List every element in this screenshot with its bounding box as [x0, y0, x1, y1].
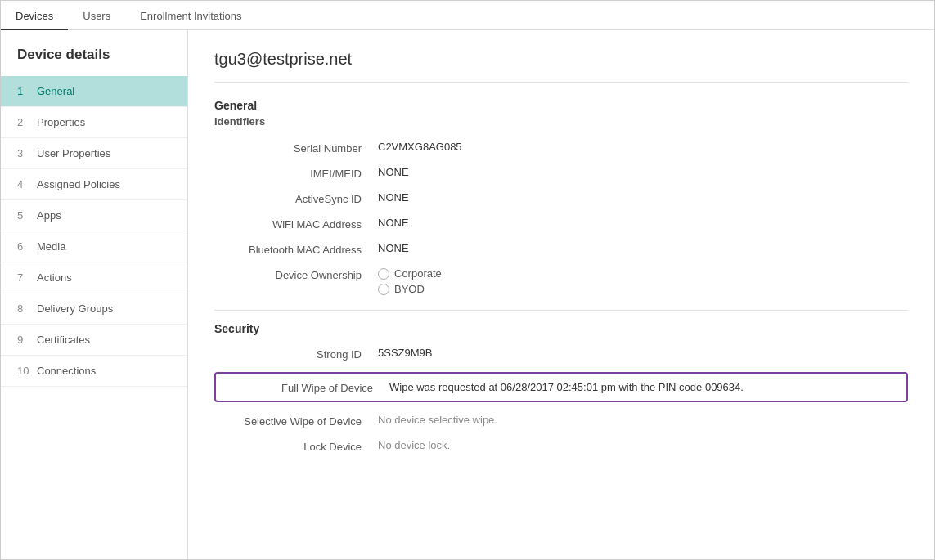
sidebar-item-label-assigned-policies: Assigned Policies: [37, 178, 120, 190]
sidebar-item-media[interactable]: 6 Media: [1, 231, 187, 262]
identifiers-subtitle: Identifiers: [214, 115, 908, 128]
ownership-radio-group: Corporate BYOD: [378, 267, 442, 295]
tab-enrollment-invitations[interactable]: Enrollment Invitations: [125, 3, 256, 30]
full-wipe-label: Full Wipe of Device: [226, 380, 389, 394]
full-wipe-inner: Full Wipe of Device Wipe was requested a…: [226, 380, 897, 394]
strong-id-value: 5SSZ9M9B: [378, 347, 432, 359]
device-ownership-row: Device Ownership Corporate BYOD: [214, 267, 908, 295]
selective-wipe-row: Selective Wipe of Device No device selec…: [214, 414, 908, 428]
sidebar-item-num-2: 2: [17, 116, 32, 128]
radio-corporate[interactable]: [378, 268, 389, 280]
sidebar-item-connections[interactable]: 10 Connections: [1, 356, 187, 387]
strong-id-label: Strong ID: [214, 347, 378, 361]
sidebar-item-num-3: 3: [17, 147, 32, 159]
sidebar-item-general[interactable]: 1 General: [1, 76, 187, 107]
activesync-value: NONE: [378, 191, 409, 204]
sidebar-item-num-6: 6: [17, 240, 32, 253]
security-section-title: Security: [214, 322, 908, 335]
imei-label: IMEI/MEID: [214, 166, 378, 180]
selective-wipe-label: Selective Wipe of Device: [214, 414, 378, 428]
ownership-corporate-label: Corporate: [394, 267, 442, 280]
sidebar-item-delivery-groups[interactable]: 8 Delivery Groups: [1, 293, 187, 325]
top-tab-bar: Devices Users Enrollment Invitations: [1, 1, 934, 30]
content-header: tgu3@testprise.net: [214, 50, 908, 83]
sidebar-item-actions[interactable]: 7 Actions: [1, 262, 187, 293]
sidebar-item-label-actions: Actions: [37, 271, 72, 284]
ownership-corporate-option[interactable]: Corporate: [378, 267, 442, 280]
sidebar-item-label-connections: Connections: [37, 365, 96, 377]
tab-users[interactable]: Users: [68, 3, 125, 30]
sidebar-item-label-certificates: Certificates: [37, 334, 90, 346]
activesync-label: ActiveSync ID: [214, 191, 378, 205]
sidebar-item-label-media: Media: [37, 240, 65, 253]
general-section-title: General: [214, 99, 908, 112]
bluetooth-mac-row: Bluetooth MAC Address NONE: [214, 242, 908, 256]
sidebar-item-apps[interactable]: 5 Apps: [1, 200, 187, 231]
main-area: Device details 1 General 2 Properties 3 …: [1, 30, 934, 559]
section-divider: [214, 310, 908, 311]
wifi-mac-value: NONE: [378, 217, 409, 229]
serial-number-label: Serial Number: [214, 141, 378, 155]
lock-device-label: Lock Device: [214, 439, 378, 453]
sidebar-item-num-1: 1: [17, 85, 32, 97]
serial-number-value: C2VMXG8AG085: [378, 141, 462, 153]
bluetooth-mac-value: NONE: [378, 242, 409, 254]
full-wipe-highlighted-row: Full Wipe of Device Wipe was requested a…: [214, 372, 908, 402]
tab-devices[interactable]: Devices: [1, 3, 68, 30]
ownership-byod-label: BYOD: [394, 283, 425, 295]
device-ownership-label: Device Ownership: [214, 267, 378, 281]
serial-number-row: Serial Number C2VMXG8AG085: [214, 141, 908, 155]
sidebar-item-label-general: General: [37, 85, 74, 97]
activesync-row: ActiveSync ID NONE: [214, 191, 908, 205]
sidebar-item-assigned-policies[interactable]: 4 Assigned Policies: [1, 169, 187, 200]
sidebar-item-user-properties[interactable]: 3 User Properties: [1, 138, 187, 169]
sidebar-title: Device details: [1, 30, 187, 76]
radio-byod[interactable]: [378, 284, 389, 295]
sidebar-item-num-7: 7: [17, 271, 32, 284]
sidebar-item-num-10: 10: [17, 365, 32, 377]
sidebar-item-num-5: 5: [17, 209, 32, 222]
imei-value: NONE: [378, 166, 409, 178]
ownership-byod-option[interactable]: BYOD: [378, 283, 442, 295]
strong-id-row: Strong ID 5SSZ9M9B: [214, 347, 908, 361]
sidebar-item-label-properties: Properties: [37, 116, 85, 128]
imei-row: IMEI/MEID NONE: [214, 166, 908, 180]
security-section: Security Strong ID 5SSZ9M9B Full Wipe of…: [214, 322, 908, 453]
sidebar: Device details 1 General 2 Properties 3 …: [1, 30, 188, 559]
sidebar-item-label-delivery-groups: Delivery Groups: [37, 302, 113, 315]
sidebar-item-certificates[interactable]: 9 Certificates: [1, 325, 187, 356]
sidebar-item-label-user-properties: User Properties: [37, 147, 110, 159]
wifi-mac-row: WiFi MAC Address NONE: [214, 217, 908, 231]
sidebar-item-properties[interactable]: 2 Properties: [1, 107, 187, 138]
bluetooth-mac-label: Bluetooth MAC Address: [214, 242, 378, 256]
sidebar-item-num-9: 9: [17, 334, 32, 346]
general-section: General Identifiers Serial Number C2VMXG…: [214, 99, 908, 295]
wifi-mac-label: WiFi MAC Address: [214, 217, 378, 231]
lock-device-row: Lock Device No device lock.: [214, 439, 908, 453]
sidebar-item-num-4: 4: [17, 178, 32, 190]
selective-wipe-value: No device selective wipe.: [378, 414, 497, 426]
content-area: tgu3@testprise.net General Identifiers S…: [188, 30, 934, 559]
full-wipe-value: Wipe was requested at 06/28/2017 02:45:0…: [389, 381, 744, 393]
sidebar-item-label-apps: Apps: [37, 209, 61, 222]
sidebar-item-num-8: 8: [17, 302, 32, 315]
lock-device-value: No device lock.: [378, 439, 450, 451]
